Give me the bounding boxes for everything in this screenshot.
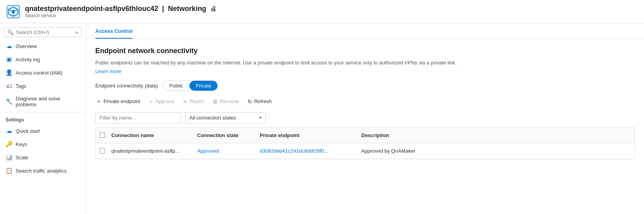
- search-icon: 🔍: [7, 29, 14, 35]
- sidebar-item-overview[interactable]: ☁ Overview: [0, 39, 86, 53]
- x-icon: ✕: [183, 98, 187, 105]
- toggle-private[interactable]: Private: [189, 81, 218, 91]
- table-row: qnatestprivateendpoint-asflp... Approved…: [96, 143, 634, 159]
- quick-start-icon: ☁: [5, 127, 12, 134]
- header-checkbox-cell: [96, 131, 107, 140]
- reject-label: Reject: [189, 98, 204, 104]
- remove-label: Remove: [220, 98, 239, 104]
- tab-access-control[interactable]: Access Control: [95, 23, 132, 39]
- activity-log-icon: ▣: [5, 56, 12, 63]
- description-text: Public endpoints can be reached by any m…: [95, 59, 466, 67]
- access-control-icon: 👤: [5, 69, 12, 76]
- chevron-down-icon: ▾: [259, 115, 262, 120]
- row-description: Approved by QnAMaker: [357, 146, 443, 155]
- sidebar-item-label: Diagnose and solve problems: [16, 96, 80, 107]
- sidebar-item-label: Overview: [16, 43, 37, 49]
- header-separator: |: [162, 5, 164, 13]
- service-icon: [6, 5, 20, 19]
- header-title-block: qnatestprivateendpoint-asflpv6thlouc42 |…: [25, 5, 216, 18]
- section-title: Endpoint network connectivity: [95, 47, 635, 55]
- learn-more-link[interactable]: Learn more: [95, 68, 121, 74]
- connectivity-toggle-group: Public Private: [162, 80, 218, 91]
- checkmark-icon: ✓: [149, 98, 153, 105]
- print-icon[interactable]: 🖨: [210, 5, 216, 12]
- sidebar: 🔍 « ☁ Overview ▣ Activity log 👤 Access c…: [0, 23, 86, 214]
- header-subtitle: Search service: [25, 13, 216, 18]
- sidebar-item-activity-log[interactable]: ▣ Activity log: [0, 53, 86, 66]
- add-private-endpoint-button[interactable]: ＋ Private endpoint: [95, 96, 141, 107]
- approve-button[interactable]: ✓ Approve: [148, 97, 175, 106]
- diagnose-icon: 🔧: [5, 98, 12, 105]
- row-checkbox-cell: [96, 146, 107, 155]
- sidebar-item-tags[interactable]: 🏷 Tags: [0, 79, 86, 93]
- sidebar-item-label: Keys: [16, 141, 27, 147]
- content-body: Endpoint network connectivity Public end…: [86, 39, 644, 167]
- connectivity-row: Endpoint connectivity (data) Public Priv…: [95, 80, 635, 91]
- trash-icon: 🗑: [212, 98, 218, 105]
- refresh-button[interactable]: ↻ Refresh: [247, 97, 273, 106]
- sidebar-item-keys[interactable]: 🔑 Keys: [0, 137, 86, 151]
- sidebar-item-label: Tags: [16, 83, 26, 89]
- column-private-endpoint: Private endpoint: [256, 131, 357, 140]
- resource-name: qnatestprivateendpoint-asflpv6thlouc42: [25, 5, 158, 13]
- header-main-title: qnatestprivateendpoint-asflpv6thlouc42 |…: [25, 5, 216, 13]
- column-description: Description: [357, 131, 443, 140]
- sidebar-item-quick-start[interactable]: ☁ Quick start: [0, 124, 86, 137]
- remove-button[interactable]: 🗑 Remove: [212, 97, 239, 106]
- main-layout: 🔍 « ☁ Overview ▣ Activity log 👤 Access c…: [0, 23, 644, 214]
- search-traffic-icon: 📋: [5, 167, 12, 174]
- sidebar-item-label: Access control (IAM): [16, 70, 62, 76]
- row-connection-name: qnatestprivateendpoint-asflp...: [107, 146, 193, 155]
- search-box[interactable]: 🔍 «: [4, 27, 82, 37]
- row-checkbox[interactable]: [100, 148, 105, 153]
- column-connection-name: Connection name: [107, 131, 193, 140]
- page-name: Networking: [168, 5, 206, 13]
- sidebar-item-diagnose[interactable]: 🔧 Diagnose and solve problems: [0, 93, 86, 111]
- sidebar-item-search-traffic[interactable]: 📋 Search traffic analytics: [0, 164, 86, 177]
- filter-name-input[interactable]: [95, 112, 181, 123]
- row-connection-state: Approved: [193, 146, 256, 155]
- connection-state-dropdown[interactable]: All connection states ▾: [185, 112, 266, 123]
- settings-section-label: Settings: [0, 112, 86, 124]
- row-private-endpoint[interactable]: d3082deb41c241dc8ddf28f0...: [256, 146, 357, 155]
- connectivity-label: Endpoint connectivity (data): [95, 83, 158, 89]
- select-all-checkbox[interactable]: [100, 132, 105, 138]
- top-header: qnatestprivateendpoint-asflpv6thlouc42 |…: [0, 0, 644, 23]
- add-button-label: Private endpoint: [103, 98, 140, 104]
- filter-row: All connection states ▾: [95, 112, 635, 123]
- sidebar-item-label: Activity log: [16, 57, 40, 62]
- sidebar-item-scale[interactable]: 📊 Scale: [0, 151, 86, 164]
- table-header-row: Connection name Connection state Private…: [96, 128, 634, 143]
- search-input[interactable]: [16, 29, 73, 35]
- keys-icon: 🔑: [5, 141, 12, 148]
- sidebar-item-label: Quick start: [16, 128, 40, 134]
- refresh-icon: ↻: [248, 98, 252, 105]
- tabs-bar: Access Control: [86, 23, 644, 39]
- plus-icon: ＋: [96, 98, 102, 105]
- reject-button[interactable]: ✕ Reject: [182, 97, 205, 106]
- connections-table: Connection name Connection state Private…: [95, 127, 635, 159]
- overview-icon: ☁: [5, 43, 12, 50]
- tags-icon: 🏷: [5, 82, 12, 89]
- dropdown-label: All connection states: [189, 115, 236, 121]
- toggle-public[interactable]: Public: [163, 81, 189, 91]
- refresh-label: Refresh: [254, 98, 272, 104]
- sidebar-item-access-control[interactable]: 👤 Access control (IAM): [0, 66, 86, 79]
- scale-icon: 📊: [5, 154, 12, 161]
- approve-label: Approve: [155, 98, 174, 104]
- collapse-button[interactable]: «: [75, 30, 78, 35]
- content-area: Access Control Endpoint network connecti…: [86, 23, 644, 214]
- sidebar-item-label: Scale: [16, 155, 29, 160]
- sidebar-item-label: Search traffic analytics: [16, 168, 67, 174]
- toolbar: ＋ Private endpoint ✓ Approve ✕ Reject 🗑 …: [95, 96, 635, 107]
- column-connection-state: Connection state: [193, 131, 256, 140]
